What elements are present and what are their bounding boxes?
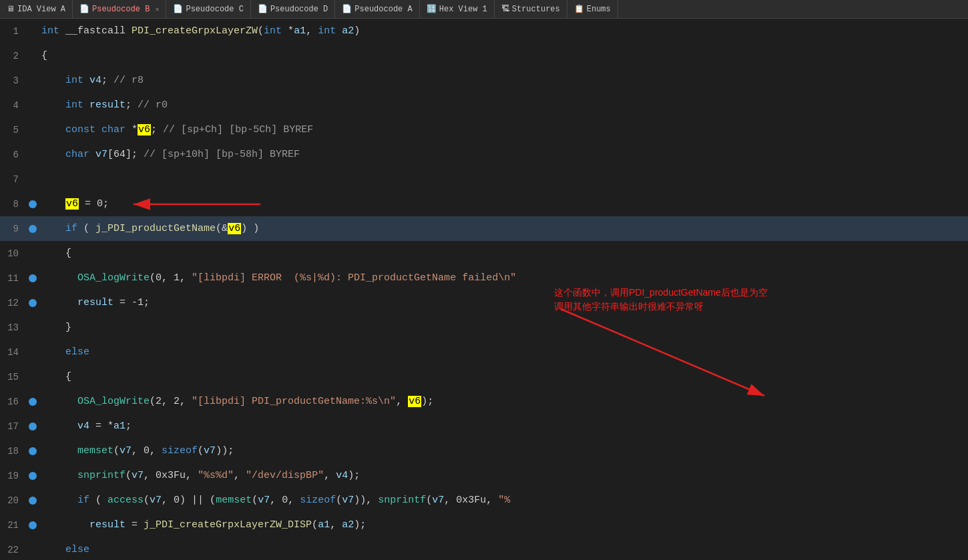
tab-label: IDA View A: [17, 5, 65, 14]
tab-ida-view-a[interactable]: 🖥 IDA View A: [0, 0, 73, 18]
tab-icon: 🔢: [427, 4, 437, 14]
annotation-svg: [0, 19, 968, 560]
tab-icon: 📄: [79, 4, 89, 14]
tab-icon: 📄: [258, 4, 268, 14]
tab-label: Pseudocode A: [354, 5, 412, 14]
tab-structures[interactable]: 🏗 Structures: [495, 0, 567, 18]
tab-label: Enums: [587, 5, 611, 14]
tab-label: Pseudocode C: [186, 5, 243, 14]
tab-close-icon[interactable]: ✕: [155, 5, 159, 13]
tab-icon: 📄: [173, 4, 183, 14]
tab-label: Hex View 1: [439, 5, 487, 14]
tab-pseudocode-c[interactable]: 📄 Pseudocode C: [166, 0, 250, 18]
tab-label: Pseudocode D: [270, 5, 328, 14]
tab-pseudocode-d[interactable]: 📄 Pseudocode D: [251, 0, 335, 18]
tab-pseudocode-a[interactable]: 📄 Pseudocode A: [335, 0, 419, 18]
tab-icon: 🖥: [7, 4, 15, 14]
tab-icon: 📄: [342, 4, 352, 14]
tab-icon: 🏗: [501, 4, 509, 14]
tab-enums[interactable]: 📋 Enums: [567, 0, 618, 18]
tab-pseudocode-b[interactable]: 📄 Pseudocode B ✕: [73, 0, 166, 18]
code-area: 1 int __fastcall PDI_createGrpxLayerZW(i…: [0, 19, 968, 560]
svg-line-3: [561, 309, 764, 396]
tab-hex-view[interactable]: 🔢 Hex View 1: [420, 0, 495, 18]
tab-bar: 🖥 IDA View A 📄 Pseudocode B ✕ 📄 Pseudoco…: [0, 0, 968, 19]
tab-label: Pseudocode B: [92, 5, 150, 14]
tab-icon: 📋: [574, 4, 584, 14]
tab-label: Structures: [512, 5, 560, 14]
